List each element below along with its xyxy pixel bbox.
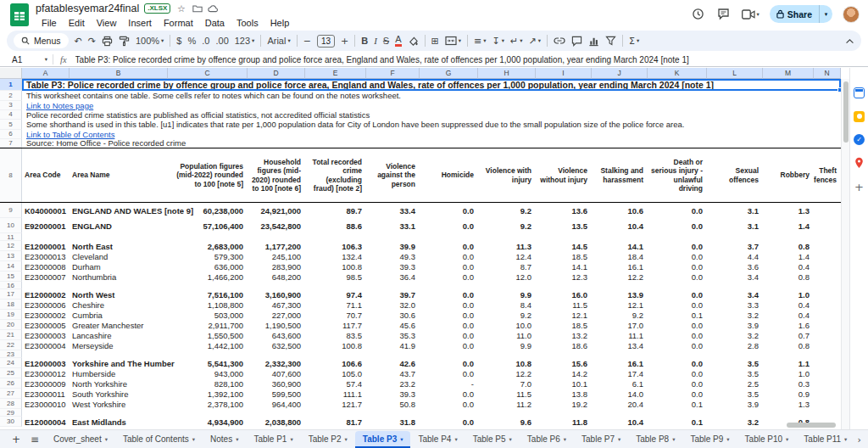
cell[interactable]: 10.6 xyxy=(592,203,648,218)
cell[interactable]: 45.6 xyxy=(366,320,420,330)
cell[interactable]: 1.0 xyxy=(763,368,814,378)
cell[interactable]: 20.4 xyxy=(592,399,648,409)
cell[interactable]: 9.6 xyxy=(478,417,536,427)
cell[interactable]: 8.4 xyxy=(478,300,536,310)
cell[interactable]: 14.1 xyxy=(592,241,648,251)
sheet-tab-menu-icon[interactable]: ▾ xyxy=(726,436,729,443)
cell[interactable]: E23000013 xyxy=(22,251,70,261)
cell[interactable]: 3.5 xyxy=(707,358,763,368)
get-addons-icon[interactable]: + xyxy=(854,181,865,193)
add-sheet-button[interactable]: + xyxy=(8,432,24,447)
cell[interactable]: 0.0 xyxy=(648,241,707,251)
cell[interactable]: 3,160,900 xyxy=(248,289,305,300)
row-header-5[interactable]: 5 xyxy=(0,120,22,130)
cell[interactable]: 11.2 xyxy=(478,399,536,409)
cell[interactable]: 17.0 xyxy=(592,320,648,330)
row-header-29[interactable]: 29 xyxy=(0,409,22,417)
column-header-G[interactable]: G xyxy=(420,68,478,79)
cell[interactable]: 1,108,800 xyxy=(168,300,248,310)
cell[interactable]: 3.2 xyxy=(707,417,763,427)
cell[interactable]: Humberside xyxy=(70,368,168,378)
cell[interactable]: South Yorkshire xyxy=(70,389,168,399)
cell[interactable]: Cumbria xyxy=(70,310,168,320)
cell[interactable]: 0.0 xyxy=(648,330,707,340)
cell[interactable]: 106.3 xyxy=(305,241,366,251)
cell[interactable]: 14.0 xyxy=(592,389,648,399)
cell[interactable]: 13.9 xyxy=(592,289,648,300)
bold-button[interactable]: B xyxy=(361,36,368,46)
sheet-tab-menu-icon[interactable]: ▾ xyxy=(844,436,847,443)
sheet-tab-table-p3[interactable]: Table P3▾ xyxy=(355,431,411,448)
share-button[interactable]: Share ▾ xyxy=(770,5,832,23)
cell[interactable]: 36.4 xyxy=(366,272,420,282)
cell[interactable]: 0.0 xyxy=(420,241,478,251)
cell[interactable]: 33.1 xyxy=(366,218,420,233)
cell[interactable]: 14.5 xyxy=(536,241,592,251)
horizontal-align-dropdown[interactable]: ≡▾ xyxy=(474,36,486,46)
cell[interactable]: 6.1 xyxy=(592,378,648,389)
column-header-I[interactable]: I xyxy=(536,68,592,79)
cell[interactable]: 1.1 xyxy=(763,358,814,368)
cell[interactable]: 0.0 xyxy=(648,203,707,218)
cell[interactable]: 0.0 xyxy=(648,261,707,272)
cell[interactable]: 39.7 xyxy=(366,289,420,300)
cell[interactable]: 17.4 xyxy=(592,368,648,378)
cell[interactable]: 1,442,100 xyxy=(168,340,248,350)
row-header-7[interactable]: 7 xyxy=(0,139,22,148)
cell[interactable]: 0.0 xyxy=(648,218,707,233)
sheet-tab-menu-icon[interactable]: ▾ xyxy=(786,436,788,443)
cell[interactable]: E23000003 xyxy=(22,330,70,340)
redo-button[interactable]: ↷ xyxy=(88,36,96,46)
cell[interactable]: 0.0 xyxy=(420,389,478,399)
cell[interactable]: E23000011 xyxy=(22,389,70,399)
cell[interactable]: 0.1 xyxy=(648,399,707,409)
cell[interactable]: 0.8 xyxy=(763,272,814,282)
vertical-scrollbar[interactable] xyxy=(841,79,849,429)
cell[interactable]: 0.0 xyxy=(420,203,478,218)
cell[interactable]: 0.0 xyxy=(648,289,707,300)
cell[interactable]: 12.4 xyxy=(478,251,536,261)
cell[interactable]: 1.4 xyxy=(763,218,814,233)
cell[interactable]: 3.4 xyxy=(707,272,763,282)
document-title[interactable]: pfatablesyemar24final xyxy=(36,3,139,14)
cell[interactable]: 132.4 xyxy=(305,251,366,261)
cell[interactable]: 18.5 xyxy=(536,251,592,261)
merge-cells-button[interactable]: ▾ xyxy=(445,36,461,46)
cell[interactable]: 11.3 xyxy=(478,241,536,251)
cell[interactable]: 503,000 xyxy=(168,310,248,320)
cell[interactable]: 10.0 xyxy=(478,320,536,330)
row-header-21[interactable]: 21 xyxy=(0,330,22,340)
format-percent-button[interactable]: % xyxy=(187,36,196,46)
avatar[interactable] xyxy=(843,6,860,23)
sheet-tab-menu-icon[interactable]: ▾ xyxy=(564,436,566,443)
cell[interactable]: 13.2 xyxy=(536,330,592,340)
cell[interactable]: 3.4 xyxy=(707,289,763,300)
column-header-K[interactable]: K xyxy=(648,68,707,79)
cell[interactable]: 35.3 xyxy=(366,330,420,340)
cell[interactable]: 100.8 xyxy=(305,261,366,272)
cell[interactable]: 13.4 xyxy=(592,340,648,350)
paint-format-button[interactable] xyxy=(119,36,130,47)
row-header-19[interactable]: 19 xyxy=(0,310,22,320)
cell[interactable]: 16.0 xyxy=(536,289,592,300)
cell[interactable]: 0.3 xyxy=(763,378,814,389)
cell[interactable]: 360,900 xyxy=(248,378,305,389)
row-header-15[interactable]: 15 xyxy=(0,272,22,282)
format-currency-button[interactable]: $ xyxy=(176,36,181,46)
tasks-icon[interactable]: ✓ xyxy=(854,134,865,145)
row-header-12[interactable]: 12 xyxy=(0,241,22,251)
cell[interactable]: Death or serious injury - unlawful drivi… xyxy=(648,148,707,202)
cell[interactable]: 3.5 xyxy=(707,389,763,399)
cell[interactable]: 12.2 xyxy=(592,272,648,282)
text-wrap-dropdown[interactable]: ↵▾ xyxy=(510,36,522,46)
cell[interactable]: 599,500 xyxy=(248,389,305,399)
cell[interactable]: 0.0 xyxy=(420,310,478,320)
fill-color-button[interactable] xyxy=(408,36,419,47)
text-rotate-dropdown[interactable]: ↗▾ xyxy=(528,36,540,46)
undo-button[interactable]: ↶ xyxy=(75,36,82,46)
vertical-align-dropdown[interactable]: ↧▾ xyxy=(492,36,504,46)
menu-file[interactable]: File xyxy=(36,18,63,28)
cell[interactable]: Source: Home Office - Police recorded cr… xyxy=(22,139,841,148)
cell[interactable]: North Yorkshire xyxy=(70,378,168,389)
vertical-scrollbar-thumb[interactable] xyxy=(843,81,849,143)
